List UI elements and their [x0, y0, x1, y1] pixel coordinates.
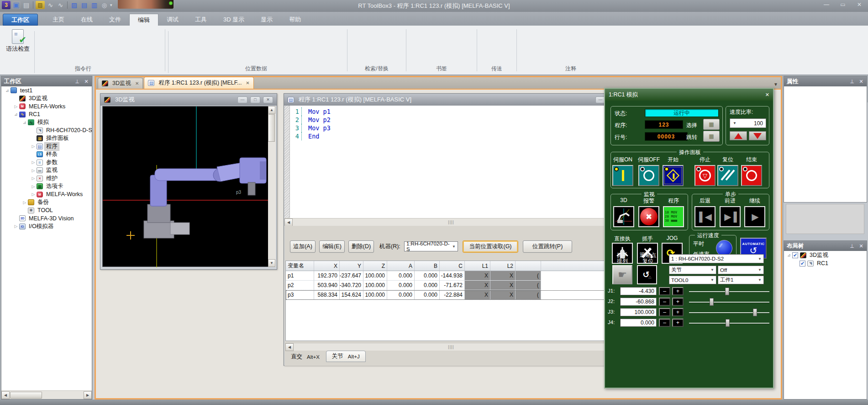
close-icon[interactable]: ✕ — [765, 92, 769, 98]
maximize-button[interactable]: ▭ — [838, 1, 848, 8]
tree-expander-icon[interactable]: ⊿ — [786, 253, 792, 257]
jog-mode-combobox[interactable]: 关节▼ — [669, 266, 716, 274]
jog-minus-button[interactable]: – — [659, 287, 670, 295]
monprog-button[interactable]: 10 MOV20 MOV30 ■■■ — [663, 206, 684, 227]
tree-item[interactable]: ▷MELFA-Works — [1, 191, 92, 199]
workspace-hscrollbar[interactable]: ◀ ▶ — [1, 390, 92, 399]
tree-expander-icon[interactable]: ▷ — [30, 160, 37, 165]
ribbon-tab-5[interactable]: 编辑 — [129, 14, 158, 26]
slider-thumb[interactable] — [710, 298, 714, 306]
ribbon-tab-6[interactable]: 调试 — [158, 14, 187, 26]
table-row[interactable]: p1192.370-237.647100.0000.0000.000-144.9… — [286, 271, 608, 281]
tool-combobox[interactable]: TOOL0▼ — [669, 276, 716, 284]
coordinate-tab-1[interactable]: 直交Alt+X — [285, 352, 325, 362]
ribbon-tab-1[interactable]: 工作区 — [3, 14, 38, 26]
close-button[interactable]: ✕ — [854, 1, 864, 8]
alarm-button[interactable]: ✖ — [638, 206, 659, 227]
table-hscrollbar[interactable]: ◀ |||| — [285, 343, 609, 351]
jog-minus-button[interactable]: – — [659, 319, 670, 327]
checkbox-checked[interactable] — [792, 252, 798, 258]
ribbon-tab-10[interactable]: 帮助 — [281, 14, 309, 26]
onoff-combobox[interactable]: Off▼ — [718, 266, 764, 274]
back-button[interactable]: ▌◀ — [694, 206, 715, 227]
scrollbar-grip[interactable]: |||| — [448, 220, 454, 224]
servo-off-button[interactable] — [638, 165, 659, 186]
tree-expander-icon[interactable]: ⊿ — [4, 88, 11, 93]
scroll-left-icon[interactable]: ◀ — [1, 391, 10, 399]
delete-button[interactable]: 删除(D) — [348, 240, 374, 253]
layout-tree-item[interactable]: ⊿3D监视 — [784, 251, 867, 259]
column-header[interactable]: X — [314, 261, 340, 271]
tree-item[interactable]: 3D监视 — [1, 95, 92, 103]
speed-ratio-combobox[interactable]: ▼ 100 — [730, 118, 766, 128]
ribbon-tab-9[interactable]: 显示 — [253, 14, 281, 26]
3d-viewport[interactable]: p3 — [102, 106, 268, 267]
tree-expander-icon[interactable]: ▷ — [30, 176, 37, 181]
scroll-up-icon[interactable]: ▲ — [268, 106, 275, 114]
table-row[interactable]: p3588.334154.624100.0000.0000.000-22.884… — [286, 290, 608, 300]
tree-item[interactable]: 样条 — [1, 150, 92, 159]
tree-expander-icon[interactable]: ▷ — [13, 104, 19, 109]
position-jump-button[interactable]: 位置跳转(P) — [523, 240, 572, 253]
tree-expander-icon[interactable]: ▷ — [30, 192, 37, 197]
scroll-down-icon[interactable]: ▼ — [268, 259, 275, 267]
reset-button[interactable] — [717, 165, 738, 186]
end-button[interactable] — [741, 165, 762, 186]
pin-icon[interactable]: ⊥ — [849, 79, 855, 85]
scroll-left-icon[interactable]: ◀ — [285, 343, 294, 351]
checkbox-checked[interactable] — [800, 261, 805, 266]
syntax-check-button[interactable]: 语法检查 — [3, 28, 33, 53]
tree-item[interactable]: MELFA-3D Vision — [1, 214, 92, 223]
fwd-button[interactable]: ▶▐ — [720, 206, 741, 227]
close-icon[interactable]: ✕ — [858, 79, 864, 85]
tree-item[interactable]: 操作面板 — [1, 134, 92, 143]
edit-button[interactable]: 编辑(E) — [319, 240, 345, 253]
jog-minus-button[interactable]: – — [659, 298, 670, 306]
jog-minus-button[interactable]: – — [659, 308, 670, 316]
column-header[interactable]: C — [440, 261, 465, 271]
column-header[interactable]: L2 — [490, 261, 516, 271]
coordinate-tab-2[interactable]: 关节Alt+J — [326, 351, 366, 362]
workpiece-combobox[interactable]: 工件1▼ — [718, 276, 764, 284]
robot-select-combobox[interactable]: 1 : RH-6CH7020-D-S2▼ — [669, 254, 764, 263]
tree-expander-icon[interactable]: ▷ — [30, 144, 37, 149]
line-jump-button[interactable] — [703, 131, 720, 142]
ribbon-tab-8[interactable]: 3D 显示 — [215, 14, 253, 26]
tree-item[interactable]: ▷参数 — [1, 159, 92, 167]
column-header[interactable]: L1 — [465, 261, 490, 271]
ribbon-tab-7[interactable]: 工具 — [187, 14, 215, 26]
tree-expander-icon[interactable]: ⊿ — [13, 112, 19, 117]
slider-thumb[interactable] — [725, 288, 729, 295]
tree-item[interactable]: ⊿模拟 — [1, 118, 92, 127]
scrollbar-thumb[interactable] — [268, 114, 275, 142]
slider-thumb[interactable] — [753, 309, 757, 316]
scrollbar-grip[interactable]: |||| — [448, 345, 454, 349]
position-table[interactable]: 变量名XYZABCL1L2p1192.370-237.647100.0000.0… — [285, 261, 609, 341]
tree-item[interactable]: ▷程序 — [1, 143, 92, 151]
close-button[interactable]: ✕ — [263, 96, 273, 103]
tab-list-dropdown-icon[interactable]: ▼ — [773, 82, 778, 87]
retreat-reset-button[interactable]: ↺∴ — [637, 265, 657, 284]
hand-array-button[interactable]: ☛ — [612, 265, 632, 284]
scroll-left-icon[interactable]: ◀ — [284, 218, 293, 226]
jog-slider[interactable] — [689, 287, 769, 296]
slider-thumb[interactable] — [726, 319, 730, 327]
jog-slider[interactable] — [689, 298, 769, 307]
tree-item[interactable]: ▷备份 — [1, 198, 92, 207]
tree-item[interactable]: ⊿test1 — [1, 86, 92, 95]
ribbon-tab-2[interactable]: 主页 — [44, 14, 73, 26]
minimize-button[interactable]: — — [821, 1, 831, 8]
tree-item[interactable]: ▷选项卡 — [1, 182, 92, 191]
start-button[interactable] — [663, 165, 684, 186]
speed-up-button[interactable] — [730, 131, 747, 140]
layout-tree-item[interactable]: RC1 — [784, 259, 867, 267]
close-icon[interactable]: ✕ — [84, 79, 89, 85]
document-tab-1[interactable]: 3D监视✕ — [98, 78, 143, 89]
servo-on-button[interactable] — [612, 165, 633, 186]
close-icon[interactable]: ✕ — [858, 243, 864, 249]
tree-item[interactable]: ▷I/O模拟器 — [1, 223, 92, 231]
close-icon[interactable]: ✕ — [246, 80, 249, 85]
jog-plus-button[interactable]: + — [672, 308, 684, 316]
table-row[interactable]: p2503.940-340.720100.0000.0000.000-71.67… — [286, 281, 608, 290]
tree-item[interactable]: RH-6CH7020-D-S — [1, 127, 92, 135]
